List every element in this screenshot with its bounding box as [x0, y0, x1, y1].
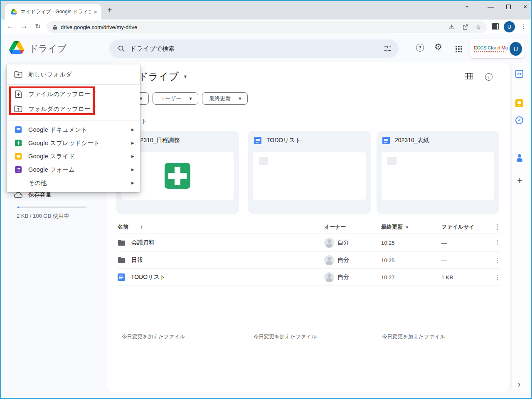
new-tab-button[interactable]: +: [107, 6, 112, 14]
menu-item-google-docs[interactable]: Google ドキュメント ▶: [7, 123, 140, 136]
submenu-arrow-icon: ▶: [131, 141, 134, 145]
settings-gear-icon[interactable]: ⚙: [434, 42, 442, 52]
file-list-header: 名前↑ オーナー 最終更新▼ ファイルサイ ⋮: [118, 220, 500, 234]
submenu-arrow-icon: ▶: [131, 154, 134, 158]
apps-grid-icon[interactable]: [456, 46, 457, 47]
kebab-menu-icon[interactable]: ⋮: [494, 223, 500, 230]
column-header-modified[interactable]: 最終更新▼: [381, 223, 441, 231]
sheets-icon: [15, 140, 22, 146]
kebab-menu-icon[interactable]: ⋮: [494, 239, 500, 246]
tasks-icon[interactable]: ✓: [515, 116, 523, 124]
doc-content-placeholder: [387, 157, 397, 165]
filter-chip-modified[interactable]: 最終更新 ▼: [202, 92, 248, 105]
browser-tab[interactable]: マイドライブ - Google ドライブ ×: [5, 4, 101, 20]
column-header-owner[interactable]: オーナー: [324, 223, 381, 231]
menu-item-new-folder[interactable]: 新しいフォルダ: [7, 64, 140, 84]
chrome-menu-kebab-icon[interactable]: ⋮: [520, 22, 527, 30]
card-title: 202310_日程調整: [134, 137, 180, 144]
folder-icon: [118, 239, 126, 246]
doc-content-placeholder: [259, 157, 268, 165]
chrome-avatar[interactable]: U: [504, 21, 515, 32]
table-row[interactable]: 日報 自分 10:25 — ⋮: [118, 252, 500, 269]
keep-icon[interactable]: [515, 99, 523, 107]
person-avatar-icon: [324, 272, 334, 282]
file-size: —: [441, 257, 487, 264]
docs-icon: [254, 137, 261, 144]
menu-item-google-slides[interactable]: Google スライド ▶: [7, 150, 140, 163]
window-maximize-button[interactable]: [506, 5, 511, 9]
browser-window: マイドライブ - Google ドライブ × + ⌄ — × ← → ↻ dri…: [0, 0, 532, 399]
storage-label[interactable]: 保存容量: [28, 191, 52, 199]
storage-usage-text: 2 KB / 100 GB 使用中: [17, 212, 69, 220]
account-avatar[interactable]: U: [510, 42, 522, 56]
modified-time: 10:27: [381, 274, 441, 281]
address-bar[interactable]: drive.google.com/drive/my-drive ☆: [47, 21, 487, 33]
side-panel-icon[interactable]: [492, 23, 499, 30]
lock-icon: [53, 25, 57, 30]
owner-name: 自分: [337, 239, 349, 246]
file-name: TODOリスト: [131, 273, 165, 281]
window-close-button[interactable]: ×: [523, 2, 527, 11]
bookmark-star-icon[interactable]: ☆: [475, 23, 481, 31]
forward-icon[interactable]: →: [21, 22, 28, 30]
download-icon[interactable]: [448, 24, 455, 30]
table-row[interactable]: 会議資料 自分 10:25 — ⋮: [118, 234, 500, 251]
add-addon-icon[interactable]: +: [517, 175, 522, 186]
submenu-arrow-icon: ▶: [131, 128, 134, 132]
chevron-down-icon: ▼: [183, 74, 187, 79]
search-placeholder: ドライブで検索: [130, 45, 384, 53]
share-icon[interactable]: [462, 24, 469, 30]
chevron-down-icon: ▼: [188, 96, 193, 101]
calendar-icon[interactable]: 31: [515, 70, 523, 78]
contacts-icon[interactable]: [515, 154, 523, 162]
file-size: —: [441, 240, 487, 246]
sort-ascending-icon[interactable]: ↑: [140, 224, 143, 230]
eccs-cloud-mail-logo[interactable]: ECCS Cloud Mail U: [470, 39, 525, 58]
table-row[interactable]: TODOリスト 自分 10:27 1 KB ⋮: [118, 269, 500, 286]
back-icon[interactable]: ←: [7, 22, 14, 30]
kebab-menu-icon[interactable]: ⋮: [494, 256, 500, 264]
modified-time: 10:25: [381, 257, 441, 264]
docs-icon: [118, 273, 125, 281]
menu-item-google-sheets[interactable]: Google スプレッドシート ▶: [7, 136, 140, 150]
drive-logo-icon[interactable]: [9, 41, 24, 54]
suggested-card[interactable]: TODOリスト 今日変更を加えたファイル: [248, 131, 371, 214]
chevron-down-icon: ▼: [238, 96, 242, 101]
drive-app-name: ドライブ: [29, 42, 66, 55]
filter-chip-people[interactable]: ユーザー ▼: [153, 92, 198, 105]
drive-favicon-icon: [11, 9, 17, 15]
file-name: 会議資料: [131, 239, 155, 246]
tab-list-chevron-icon[interactable]: ⌄: [464, 2, 470, 9]
suggested-card[interactable]: 202310_表紙 今日変更を加えたファイル: [377, 131, 499, 214]
person-avatar-icon: [324, 238, 334, 248]
column-header-size[interactable]: ファイルサイ: [441, 223, 487, 231]
card-title: 202310_表紙: [395, 137, 429, 144]
window-minimize-button[interactable]: —: [488, 2, 494, 11]
person-avatar-icon: [324, 255, 334, 265]
help-icon[interactable]: ?: [416, 44, 424, 52]
file-size: 1 KB: [441, 274, 487, 281]
reload-icon[interactable]: ↻: [35, 22, 41, 31]
search-options-tune-icon[interactable]: [384, 44, 392, 53]
grid-view-icon[interactable]: [465, 73, 473, 79]
forms-icon: [15, 166, 22, 173]
menu-item-more[interactable]: その他 ▶: [7, 176, 140, 190]
docs-icon: [15, 126, 22, 133]
column-header-name[interactable]: 名前: [118, 223, 128, 231]
tab-close-icon[interactable]: ×: [94, 8, 97, 15]
url-text: drive.google.com/drive/my-drive: [61, 24, 448, 30]
collapse-chevron-icon[interactable]: ›: [518, 379, 520, 390]
menu-item-google-forms[interactable]: Google フォーム ▶: [7, 163, 140, 176]
submenu-arrow-icon: ▶: [131, 181, 134, 185]
file-name: 日報: [131, 256, 143, 264]
info-icon[interactable]: i: [485, 73, 493, 81]
card-preview: [382, 152, 494, 200]
kebab-menu-icon[interactable]: ⋮: [494, 273, 500, 281]
card-preview: [253, 152, 366, 200]
search-input[interactable]: ドライブで検索: [109, 39, 399, 58]
card-title: TODOリスト: [266, 137, 301, 144]
card-caption: 今日変更を加えたファイル: [382, 333, 445, 340]
eccs-logo-text: ECCS Cloud Mail: [474, 45, 508, 50]
folder-icon: [118, 257, 126, 264]
workspace-side-panel: [511, 62, 531, 392]
